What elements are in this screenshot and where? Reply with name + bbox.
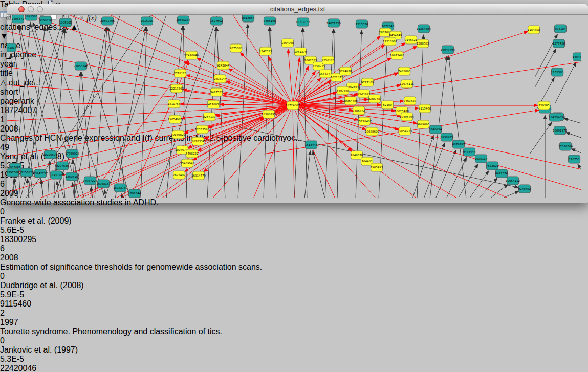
graph-node-1454383[interactable]: 1454383 (573, 53, 581, 61)
graph-node-9297588[interactable]: 9297588 (56, 162, 69, 170)
graph-node-18724007[interactable]: 18724007 (286, 101, 300, 110)
graph-node-5498222[interactable]: 5498222 (186, 149, 199, 158)
graph-node-9397588[interactable]: 9397588 (7, 168, 19, 177)
graph-node-19654985[interactable]: 19654985 (168, 115, 182, 123)
graph-node-9245652[interactable]: 9245652 (518, 185, 531, 193)
close-window-button[interactable] (18, 6, 25, 12)
graph-node-13942757[interactable]: 13942757 (33, 169, 48, 178)
graph-node-1513445[interactable]: 1513445 (305, 141, 318, 149)
graph-node-9558123[interactable]: 9558123 (322, 56, 335, 64)
graph-node-7485063[interactable]: 7485063 (398, 67, 411, 75)
minimize-window-button[interactable] (28, 6, 34, 12)
graph-node-1905905[interactable]: 1905905 (59, 18, 72, 27)
graph-node-12213967[interactable]: 12213967 (383, 37, 397, 46)
graph-node-2803144[interactable]: 2803144 (214, 75, 227, 83)
graph-node-9474444[interactable]: 9474444 (463, 148, 476, 156)
graph-node-7515526[interactable]: 7515526 (356, 20, 368, 28)
graph-node-17957225[interactable]: 17957225 (83, 177, 97, 185)
graph-node-17016504[interactable]: 17016504 (558, 142, 573, 150)
graph-node-1350515[interactable]: 1350515 (66, 172, 78, 181)
network-window-titlebar[interactable]: citations_edges.txt (7, 4, 588, 15)
graph-node-2935114[interactable]: 2935114 (475, 155, 488, 163)
graph-node-10807487[interactable]: 10807487 (367, 95, 382, 103)
graph-node-16914479[interactable]: 16914479 (191, 171, 206, 180)
graph-node-25409948[interactable]: 25409948 (180, 159, 194, 167)
graph-node-19654923[interactable]: 19654923 (398, 127, 412, 135)
graph-node-62160[interactable]: 62160 (382, 101, 394, 109)
graph-node-19495764[interactable]: 19495764 (400, 113, 414, 121)
graph-node-8466160[interactable]: 8466160 (264, 17, 276, 25)
graph-node-2675683[interactable]: 2675683 (230, 44, 243, 52)
graph-node-20206576[interactable]: 20206576 (43, 150, 57, 159)
graph-node-11254304[interactable]: 11254304 (417, 25, 431, 33)
graph-node-15692971[interactable]: 15692971 (553, 126, 567, 135)
graph-node-1588583[interactable]: 1588583 (417, 39, 429, 48)
graph-node-9463627[interactable]: 9463627 (404, 97, 417, 105)
graph-node-18300295[interactable]: 18300295 (262, 110, 276, 118)
graph-node-17359928[interactable]: 17359928 (65, 149, 79, 158)
graph-node-1641014[interactable]: 1641014 (7, 43, 17, 52)
graph-node-9350816[interactable]: 9350816 (39, 16, 52, 25)
graph-node-10719155[interactable]: 10719155 (296, 18, 310, 26)
graph-node-14671355[interactable]: 14671355 (326, 19, 341, 27)
graph-node-1154808[interactable]: 1154808 (528, 26, 540, 34)
graph-node-11156829[interactable]: 11156829 (19, 168, 34, 177)
graph-node-8471676[interactable]: 8471676 (495, 169, 508, 178)
graph-node-2405572[interactable]: 2405572 (12, 15, 25, 23)
graph-node-1891503[interactable]: 1891503 (25, 15, 38, 20)
graph-node-1640954[interactable]: 1640954 (429, 125, 442, 134)
graph-node-1961379[interactable]: 1961379 (294, 48, 307, 56)
graph-node-6497568[interactable]: 6497568 (337, 86, 350, 95)
zoom-window-button[interactable] (37, 6, 43, 12)
graph-node-159585[interactable]: 159585 (538, 101, 550, 110)
graph-node-2516059[interactable]: 2516059 (141, 17, 154, 25)
graph-node-10655287[interactable]: 10655287 (176, 16, 190, 24)
graph-node-19166829[interactable]: 19166829 (171, 130, 185, 139)
graph-node-417003[interactable]: 417003 (208, 100, 220, 108)
graph-node-8813054[interactable]: 8813054 (242, 15, 255, 22)
graph-node-973104[interactable]: 973104 (555, 25, 567, 33)
graph-node-1965493[interactable]: 1965493 (371, 163, 383, 171)
graph-node-9699695[interactable]: 9699695 (417, 120, 430, 128)
graph-node-6879197[interactable]: 6879197 (452, 140, 465, 148)
graph-node-15720407[interactable]: 15720407 (357, 117, 372, 125)
graph-node-7486372[interactable]: 7486372 (353, 106, 365, 115)
graph-node-8878334[interactable]: 8878334 (192, 137, 205, 145)
graph-node-9146821[interactable]: 9146821 (405, 36, 418, 44)
graph-node-12975115[interactable]: 12975115 (400, 80, 414, 88)
table-row[interactable]: 2242004622012Investigating the contribut… (0, 364, 588, 372)
graph-node-12353593[interactable]: 12353593 (195, 125, 209, 134)
graph-node-16958167[interactable]: 16958167 (96, 180, 111, 188)
table-row[interactable]: 911546021997Tourette syndrome. Phenomeno… (0, 299, 588, 364)
graph-node-22420046[interactable]: 22420046 (184, 51, 199, 59)
graph-node-9242844[interactable]: 9242844 (217, 61, 230, 70)
graph-node-20364486[interactable]: 20364486 (343, 97, 358, 105)
graph-node-12213363[interactable]: 12213363 (169, 84, 184, 93)
graph-node-10654112[interactable]: 10654112 (506, 177, 520, 185)
graph-node-7625402[interactable]: 7625402 (173, 171, 186, 179)
graph-node-5794028[interactable]: 5794028 (339, 67, 352, 75)
graph-node-2718126[interactable]: 2718126 (174, 69, 187, 77)
graph-node-1810755[interactable]: 1810755 (168, 100, 181, 108)
graph-node-7632621[interactable]: 7632621 (486, 162, 499, 170)
graph-node-8267130[interactable]: 8267130 (203, 113, 216, 121)
graph-node-1547513[interactable]: 1547513 (259, 47, 272, 55)
graph-node-1292344[interactable]: 1292344 (128, 189, 141, 198)
graph-node-1145193[interactable]: 1145193 (50, 171, 63, 179)
network-graph[interactable]: 2405572189150393508161905905206914062516… (7, 15, 581, 198)
graph-node-1864960[interactable]: 1864960 (281, 39, 294, 47)
graph-node-1165380[interactable]: 1165380 (551, 68, 564, 76)
network-canvas[interactable]: 2405572189150393508161905905206914062516… (7, 15, 588, 200)
graph-node-21053346[interactable]: 21053346 (74, 62, 88, 70)
graph-node-1277450[interactable]: 1277450 (553, 39, 565, 48)
graph-node-1045540[interactable]: 1045540 (549, 113, 562, 121)
graph-node-20691406[interactable]: 20691406 (100, 17, 115, 25)
graph-node-9777169[interactable]: 9777169 (361, 78, 374, 86)
graph-node-110753[interactable]: 110753 (569, 155, 580, 163)
graph-node-1527602[interactable]: 1527602 (210, 17, 223, 25)
network-window[interactable]: citations_edges.txt 24055721891503935081… (7, 4, 588, 203)
graph-node-8938923[interactable]: 8938923 (441, 133, 453, 141)
table-row[interactable]: 1830029562008Estimation of significance … (0, 235, 588, 299)
graph-node-9115460[interactable]: 9115460 (419, 104, 431, 113)
graph-node-16782759[interactable]: 16782759 (113, 184, 127, 192)
